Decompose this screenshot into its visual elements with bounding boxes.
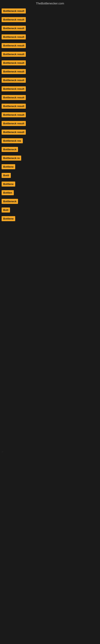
- bottleneck-row: Bottleneck result: [0, 85, 100, 94]
- bottleneck-row: Bottleneck result: [0, 76, 100, 85]
- bottleneck-badge[interactable]: Bottleneck: [1, 147, 18, 152]
- bottleneck-row: Bottleneck: [0, 146, 100, 154]
- bottleneck-row: Bottlene: [0, 215, 100, 223]
- bottleneck-row: Bottleneck result: [0, 128, 100, 137]
- bottleneck-row: Bottleneck result: [0, 24, 100, 33]
- bottleneck-badge[interactable]: Bottlene: [1, 164, 15, 169]
- bottleneck-badge[interactable]: Bottleneck result: [1, 112, 26, 117]
- bottleneck-badge[interactable]: Bottlene: [1, 216, 15, 221]
- bottleneck-row: Bottl: [0, 172, 100, 180]
- bottleneck-row: Bott: [0, 206, 100, 214]
- bottleneck-row: Bottlene: [0, 163, 100, 171]
- bottleneck-badge[interactable]: Bottleneck result: [1, 104, 26, 109]
- bottleneck-badge[interactable]: Bottleneck result: [1, 86, 26, 91]
- bottleneck-row: Bottleneck result: [0, 7, 100, 16]
- bottleneck-badge[interactable]: Bottleneck result: [1, 69, 26, 74]
- bottleneck-badge[interactable]: Bottleneck result: [1, 17, 26, 22]
- bottleneck-row: Bottleneck result: [0, 102, 100, 111]
- bottleneck-badge[interactable]: Bottleneck re: [1, 156, 21, 160]
- bottleneck-row: Bottleneck re: [0, 154, 100, 162]
- bottleneck-badge[interactable]: Bottleneck: [1, 199, 18, 204]
- bottleneck-row: Bottlen: [0, 189, 100, 197]
- bottleneck-badge[interactable]: Bottleneck result: [1, 60, 26, 66]
- page-container: TheBottlenecker.com Bottleneck resultBot…: [0, 0, 100, 644]
- bottleneck-badge[interactable]: Bott: [1, 208, 10, 212]
- bottleneck-badge[interactable]: Bottleneck result: [1, 95, 26, 100]
- bottleneck-row: Bottleneck result: [0, 33, 100, 42]
- bottleneck-badge[interactable]: Bottleneck result: [1, 121, 26, 126]
- bottleneck-badge[interactable]: Bottl: [1, 173, 11, 178]
- bottleneck-badge[interactable]: Bottleneck result: [1, 26, 26, 31]
- site-title: TheBottlenecker.com: [36, 2, 64, 5]
- bottleneck-row: Bottleneck: [0, 198, 100, 206]
- footer-dot: ...: [1, 450, 3, 452]
- site-header: TheBottlenecker.com: [0, 0, 100, 7]
- bottleneck-badge[interactable]: Bottleneck result: [1, 130, 26, 135]
- bottleneck-badge[interactable]: Bottleneck result: [1, 52, 26, 57]
- bottleneck-row: Bottlene: [0, 180, 100, 188]
- bottleneck-badge[interactable]: Bottlene: [1, 182, 15, 186]
- bottleneck-row: Bottleneck res: [0, 137, 100, 145]
- bottleneck-badge[interactable]: Bottleneck res: [1, 138, 23, 143]
- bottleneck-row: Bottleneck result: [0, 42, 100, 50]
- bottleneck-badge[interactable]: Bottleneck result: [1, 43, 26, 48]
- bottleneck-row: Bottleneck result: [0, 16, 100, 24]
- bottleneck-badge[interactable]: Bottleneck result: [1, 78, 26, 83]
- bottleneck-row: Bottleneck result: [0, 68, 100, 76]
- bottleneck-row: Bottleneck result: [0, 59, 100, 68]
- bottleneck-row: Bottleneck result: [0, 120, 100, 128]
- bottleneck-badge[interactable]: Bottlen: [1, 190, 14, 195]
- bottleneck-badge[interactable]: Bottleneck result: [1, 8, 26, 14]
- bottleneck-row: Bottleneck result: [0, 111, 100, 119]
- bottleneck-row: Bottleneck result: [0, 50, 100, 59]
- bottleneck-row: Bottleneck result: [0, 94, 100, 102]
- bottleneck-badge[interactable]: Bottleneck result: [1, 34, 26, 40]
